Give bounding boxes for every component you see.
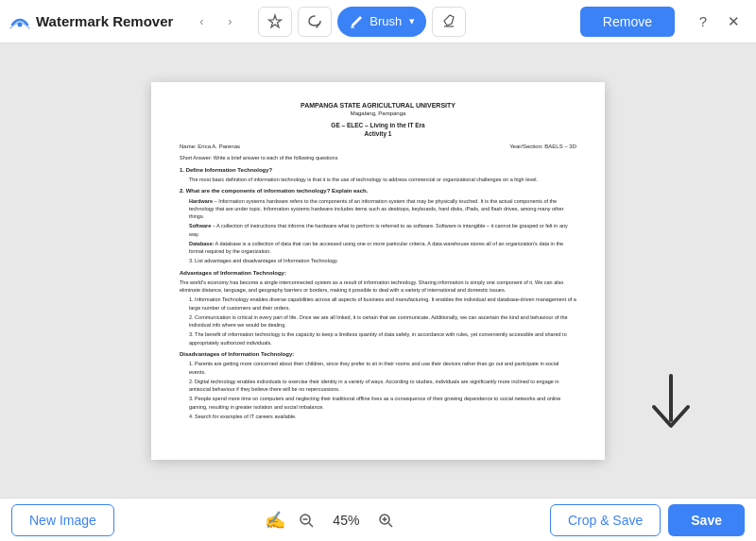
help-button[interactable]: ? xyxy=(690,8,716,35)
doc-q1-answer: The most basic definition of information… xyxy=(189,176,576,183)
app-logo-icon xyxy=(9,11,30,32)
doc-course: GE – ELEC – Living in the IT Era xyxy=(180,121,576,129)
canvas-area: PAMPANGA STATE AGRICULTURAL UNIVERSITY M… xyxy=(0,43,756,498)
header: Watermark Remover ‹ › Brush ▾ xyxy=(0,0,756,43)
document-preview: PAMPANGA STATE AGRICULTURAL UNIVERSITY M… xyxy=(151,82,605,460)
pan-tool-icon[interactable]: ✍ xyxy=(265,510,285,531)
header-right-controls: ? ✕ xyxy=(690,8,747,35)
doc-hardware: Hardware – Information systems hardware … xyxy=(189,197,576,221)
doc-list-adv-dis: 3. List advantages and disadvantages of … xyxy=(189,257,576,264)
bottom-right-buttons: Crop & Save Save xyxy=(550,504,745,536)
doc-activity: Activity 1 xyxy=(180,129,576,138)
doc-database: Database: A database is a collection of … xyxy=(189,240,576,256)
doc-adv-2: 2. Communication is critical in every pa… xyxy=(189,313,576,330)
tool-bar: Brush ▾ xyxy=(258,7,573,37)
nav-controls: ‹ › xyxy=(188,8,243,35)
doc-advantages-heading: Advantages of Information Technology: xyxy=(180,269,576,277)
brush-dropdown-icon: ▾ xyxy=(409,15,415,27)
doc-location: Magalang, Pampanga xyxy=(180,110,576,117)
star-icon xyxy=(266,13,284,30)
doc-adv-1: 1. Information Technology enables divers… xyxy=(189,296,576,312)
arrow-hint xyxy=(643,371,699,441)
doc-dis-1: 1. Parents are getting more concerned ab… xyxy=(189,360,576,376)
eraser-icon xyxy=(440,13,457,30)
doc-q2: 2. What are the components of informatio… xyxy=(180,187,576,194)
forward-button[interactable]: › xyxy=(216,8,243,35)
bottom-toolbar: New Image ✍ 45% Crop & Save Save xyxy=(0,498,756,541)
doc-disadvantages-heading: Disadvantages of Information Technology: xyxy=(180,350,576,358)
svg-point-0 xyxy=(18,22,23,26)
star-tool-button[interactable] xyxy=(258,7,292,37)
doc-year: Year/Section: BAELS – 3D xyxy=(509,143,576,150)
zoom-out-button[interactable] xyxy=(293,507,319,533)
doc-q1: 1. Define Information Technology? xyxy=(180,166,576,174)
save-button[interactable]: Save xyxy=(668,504,745,536)
zoom-out-icon xyxy=(298,512,315,529)
brush-label: Brush xyxy=(369,14,402,28)
doc-short-answer-header: Short Answer: Write a brief answer to ea… xyxy=(180,154,576,161)
crop-save-button[interactable]: Crop & Save xyxy=(550,504,661,536)
zoom-in-icon xyxy=(377,512,394,529)
doc-dis-2: 2. Digital technology enables individual… xyxy=(189,378,576,394)
doc-dis-3: 3. People spend more time on computers a… xyxy=(189,395,576,411)
zoom-in-button[interactable] xyxy=(372,507,399,533)
back-button[interactable]: ‹ xyxy=(188,8,215,35)
doc-name: Name: Erica A. Parenas xyxy=(180,143,240,150)
close-icon: ✕ xyxy=(728,13,740,30)
logo: Watermark Remover xyxy=(9,11,173,32)
doc-university-title: PAMPANGA STATE AGRICULTURAL UNIVERSITY xyxy=(180,101,576,110)
brush-icon xyxy=(349,14,364,29)
svg-rect-2 xyxy=(351,26,354,28)
zoom-controls: ✍ 45% xyxy=(265,507,399,533)
help-icon: ? xyxy=(699,13,707,29)
svg-line-6 xyxy=(309,523,313,527)
doc-dis-4: 4. Search for examples of IT careers ava… xyxy=(189,413,576,420)
doc-advantages-intro: The world's economy has become a single … xyxy=(180,279,576,295)
doc-adv-3: 3. The benefit of information technology… xyxy=(189,330,576,347)
zoom-level: 45% xyxy=(327,513,365,528)
svg-line-10 xyxy=(388,523,392,527)
remove-button[interactable]: Remove xyxy=(580,7,675,37)
lasso-tool-button[interactable] xyxy=(298,7,332,37)
doc-software: Software – A collection of instructions … xyxy=(189,222,576,238)
eraser-tool-button[interactable] xyxy=(432,7,466,37)
new-image-button[interactable]: New Image xyxy=(11,504,114,536)
app-title: Watermark Remover xyxy=(36,13,173,29)
close-button[interactable]: ✕ xyxy=(720,8,747,35)
brush-tool-button[interactable]: Brush ▾ xyxy=(337,7,426,37)
lasso-icon xyxy=(306,13,323,30)
